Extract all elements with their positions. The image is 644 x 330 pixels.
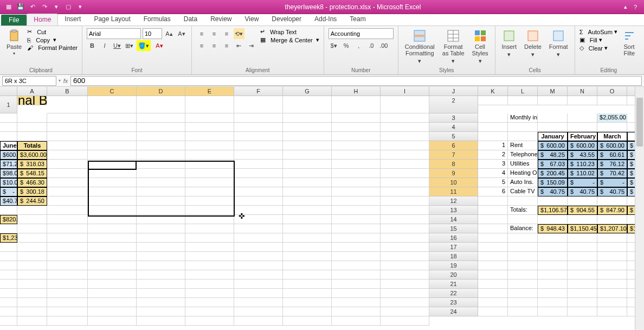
tab-data[interactable]: Data (177, 14, 204, 26)
format-as-table-button[interactable]: Format as Table▾ (440, 28, 467, 66)
tab-add-ins[interactable]: Add-Ins (308, 14, 343, 26)
font-name-select[interactable] (87, 28, 141, 39)
format-cells-button[interactable]: Format▾ (547, 28, 570, 59)
tab-team[interactable]: Team (343, 14, 372, 26)
row-header-20[interactable]: 20 (429, 270, 478, 280)
align-top-button[interactable]: ≡ (196, 28, 207, 39)
copy-button[interactable]: ⎘ Copy ▾ (27, 36, 78, 43)
increase-indent-button[interactable]: ⇥ (246, 40, 257, 51)
align-bottom-button[interactable]: ≡ (221, 28, 232, 39)
row-header-2[interactable]: 2 (429, 96, 478, 113)
col-header-O[interactable]: O (597, 87, 627, 96)
bold-button[interactable]: B (87, 40, 98, 51)
sort-filter-button[interactable]: Sort Filte (621, 28, 638, 58)
decrease-decimal-button[interactable]: .00 (378, 40, 389, 51)
align-left-button[interactable]: ≡ (196, 40, 207, 51)
col-header-G[interactable]: G (283, 87, 332, 96)
paste-button[interactable]: Paste▾ (4, 28, 24, 57)
row-header-21[interactable]: 21 (429, 280, 478, 289)
cell-D7[interactable]: $43.55 (568, 150, 597, 160)
cut-button[interactable]: ✂ Cut (27, 28, 78, 35)
row-header-18[interactable]: 18 (429, 252, 478, 261)
cell-E11[interactable]: $40.75 (597, 187, 627, 196)
merge-center-button[interactable]: ▦ Merge & Center ▾ (260, 36, 319, 43)
row-header-14[interactable]: 14 (429, 215, 478, 224)
decrease-indent-button[interactable]: ⇤ (234, 40, 244, 51)
undo-icon[interactable]: ↶ (28, 3, 37, 11)
fx-icon[interactable]: fx (61, 78, 70, 84)
align-right-button[interactable]: ≡ (221, 40, 232, 51)
col-header-K[interactable]: K (478, 87, 508, 96)
autosum-button[interactable]: Σ AutoSum▾ (579, 28, 617, 35)
col-header-B[interactable]: B (47, 87, 88, 96)
format-painter-button[interactable]: 🖌 Format Painter (27, 45, 78, 51)
minimize-ribbon-icon[interactable]: ▴ (621, 3, 630, 11)
underline-button[interactable]: U▾ (112, 40, 123, 51)
cell-D6[interactable]: $600.00 (568, 141, 597, 150)
redo-icon[interactable]: ↷ (40, 3, 49, 11)
clear-button[interactable]: ◇ Clear▾ (579, 45, 617, 52)
row-header-12[interactable]: 12 (429, 196, 478, 206)
insert-cells-button[interactable]: Insert▾ (500, 28, 519, 59)
row-header-10[interactable]: 10 (429, 178, 478, 187)
decrease-font-button[interactable]: A▾ (176, 28, 187, 39)
save-icon[interactable]: 💾 (16, 3, 25, 11)
border-button[interactable]: ⊞▾ (124, 40, 135, 51)
align-center-button[interactable]: ≡ (209, 40, 220, 51)
col-header-D[interactable]: D (137, 87, 185, 96)
cell-C10[interactable]: $150.09 (538, 178, 568, 187)
row-header-15[interactable]: 15 (429, 224, 478, 233)
cell-D8[interactable]: $110.23 (568, 160, 597, 169)
cell-E7[interactable]: $60.61 (597, 150, 627, 160)
col-header-I[interactable]: I (381, 87, 429, 96)
cell-C7[interactable]: $48.25 (538, 150, 568, 160)
cell-C8[interactable]: $67.03 (538, 160, 568, 169)
row-header-8[interactable]: 8 (429, 160, 478, 169)
col-header-H[interactable]: H (332, 87, 381, 96)
row-header-24[interactable]: 24 (429, 307, 478, 316)
tab-developer[interactable]: Developer (265, 14, 308, 26)
row-header-17[interactable]: 17 (429, 243, 478, 252)
row-header-7[interactable]: 7 (429, 150, 478, 160)
cell-E6[interactable]: $600.00 (597, 141, 627, 150)
row-header-3[interactable]: 3 (429, 113, 478, 123)
font-color-button[interactable]: A▾ (152, 40, 166, 51)
italic-button[interactable]: I (99, 40, 110, 51)
row-header-6[interactable]: 6 (429, 141, 478, 150)
row-header-16[interactable]: 16 (429, 233, 478, 243)
tab-insert[interactable]: Insert (58, 14, 87, 26)
row-header-4[interactable]: 4 (429, 123, 478, 132)
delete-cells-button[interactable]: Delete▾ (522, 28, 544, 59)
qat-more-icon[interactable]: ▾ (76, 3, 85, 11)
scrollbar-thumb[interactable] (636, 98, 643, 147)
cell-D10[interactable]: $- (568, 178, 597, 187)
cell-H6[interactable]: $600.00 (0, 150, 17, 160)
tab-review[interactable]: Review (204, 14, 238, 26)
worksheet[interactable]: ABCDEFGHIJKLMNO1Personal Budget23Monthly… (0, 87, 644, 330)
cell-E8[interactable]: $76.12 (597, 160, 627, 169)
fill-button[interactable]: ▣ Fill▾ (579, 36, 617, 43)
row-header-13[interactable]: 13 (429, 206, 478, 215)
help-icon[interactable]: ? (631, 3, 640, 11)
currency-button[interactable]: $▾ (329, 40, 339, 51)
tab-view[interactable]: View (239, 14, 266, 26)
col-header-A[interactable]: A (17, 87, 47, 96)
row-header-1[interactable]: 1 (0, 96, 17, 113)
tab-home[interactable]: Home (27, 14, 58, 26)
col-header-C[interactable]: C (88, 87, 137, 96)
qat-icon[interactable]: ▢ (64, 3, 73, 11)
row-header-5[interactable]: 5 (429, 132, 478, 141)
cell-C9[interactable]: $200.45 (538, 169, 568, 178)
tab-page-layout[interactable]: Page Layout (87, 14, 137, 26)
cell-D9[interactable]: $110.02 (568, 169, 597, 178)
col-header-M[interactable]: M (538, 87, 568, 96)
cell-H11[interactable]: $40.75 (0, 196, 17, 206)
number-format-select[interactable] (329, 28, 394, 39)
cell-H8[interactable]: $98.08 (0, 169, 17, 178)
formula-input[interactable] (70, 76, 642, 86)
row-header-22[interactable]: 22 (429, 289, 478, 298)
row-header-23[interactable]: 23 (429, 298, 478, 307)
cell-E10[interactable]: $- (597, 178, 627, 187)
cell-styles-button[interactable]: Cell Styles▾ (470, 28, 491, 66)
col-header-N[interactable]: N (568, 87, 597, 96)
